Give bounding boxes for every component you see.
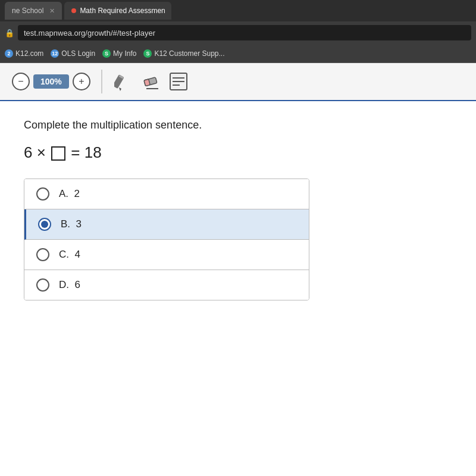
tab-bar: ne School ✕ Math Required Assessmen ✕ [0, 0, 476, 21]
bookmark-k12support[interactable]: S K12 Customer Supp... [143, 49, 224, 58]
tab-school[interactable]: ne School ✕ [5, 2, 62, 20]
bookmark-ols-label: OLS Login [61, 49, 95, 58]
radio-d[interactable] [36, 278, 49, 292]
bookmark-ols-icon: 12 [51, 49, 59, 58]
answer-option-b[interactable]: B. 3 [24, 209, 309, 240]
radio-a[interactable] [36, 187, 49, 201]
question-equation: 6 × = 18 [24, 143, 452, 162]
eraser-icon [142, 72, 161, 91]
browser-chrome: ne School ✕ Math Required Assessmen ✕ 🔒 … [0, 0, 476, 63]
bookmark-myinfo-icon: S [102, 49, 111, 58]
eraser-tool-button[interactable] [140, 71, 162, 92]
bookmarks-bar: 2 K12.com 12 OLS Login S My Info S K12 C… [0, 44, 476, 63]
address-bar[interactable]: test.mapnwea.org/growth/#/test-player [18, 25, 471, 40]
test-player: − 100% + [0, 63, 476, 476]
tab-math[interactable]: Math Required Assessmen ✕ [64, 2, 171, 20]
bookmark-k12support-icon: S [143, 49, 152, 58]
radio-b[interactable] [38, 218, 51, 231]
zoom-in-icon: + [79, 76, 84, 87]
tab-school-label: ne School [12, 7, 43, 15]
radio-c[interactable] [36, 248, 49, 261]
answer-list: A. 2 B. 3 C. 4 D. 6 [24, 178, 309, 300]
lines-tool-button[interactable] [168, 71, 189, 92]
answer-option-d[interactable]: D. 6 [24, 270, 309, 300]
zoom-display: 100% [33, 74, 69, 89]
bookmark-k12-label: K12.com [15, 49, 43, 58]
answer-label-c: C. 4 [59, 249, 80, 261]
question-prompt: Complete the multiplication sentence. [24, 119, 452, 131]
bookmark-k12-icon: 2 [5, 49, 13, 58]
bookmark-ols[interactable]: 12 OLS Login [51, 49, 95, 58]
test-toolbar: − 100% + [0, 63, 476, 101]
answer-option-a[interactable]: A. 2 [24, 179, 309, 209]
pencil-tool-button[interactable] [113, 71, 134, 92]
equation-blank [51, 146, 65, 161]
address-bar-row: 🔒 test.mapnwea.org/growth/#/test-player [0, 21, 476, 44]
address-text: test.mapnwea.org/growth/#/test-player [24, 29, 155, 37]
answer-label-b: B. 3 [61, 218, 82, 230]
radio-b-inner [41, 221, 48, 228]
lines-icon [169, 72, 188, 91]
zoom-out-button[interactable]: − [12, 73, 30, 90]
lock-icon: 🔒 [5, 29, 14, 37]
zoom-in-button[interactable]: + [73, 73, 90, 90]
equation-text: 6 × = 18 [24, 143, 102, 162]
svg-rect-4 [144, 79, 150, 86]
pencil-icon [114, 72, 133, 91]
tab-recording-dot [71, 8, 76, 13]
bookmark-myinfo[interactable]: S My Info [102, 49, 136, 58]
bookmark-myinfo-label: My Info [113, 49, 136, 58]
bookmark-k12support-label: K12 Customer Supp... [154, 49, 224, 58]
answer-label-a: A. 2 [59, 188, 80, 200]
zoom-level-text: 100% [40, 77, 62, 86]
tab-math-close[interactable]: ✕ [171, 7, 172, 15]
question-area: Complete the multiplication sentence. 6 … [0, 101, 476, 318]
svg-marker-1 [119, 87, 121, 91]
zoom-out-icon: − [18, 76, 23, 87]
zoom-control: − 100% + [12, 73, 90, 90]
bookmark-k12[interactable]: 2 K12.com [5, 49, 43, 58]
tab-school-close[interactable]: ✕ [49, 7, 55, 15]
toolbar-divider [101, 70, 102, 93]
tab-math-label: Math Required Assessmen [80, 7, 165, 15]
answer-option-c[interactable]: C. 4 [24, 240, 309, 270]
answer-label-d: D. 6 [59, 279, 80, 291]
